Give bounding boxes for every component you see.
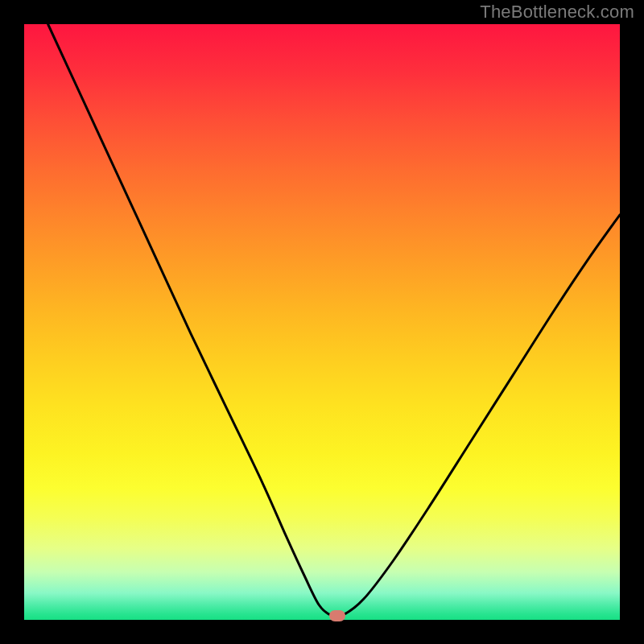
- optimum-marker: [329, 610, 345, 621]
- watermark-text: TheBottleneck.com: [480, 2, 634, 23]
- plot-area: [24, 24, 620, 620]
- chart-container: TheBottleneck.com: [0, 0, 644, 644]
- curve-svg: [24, 24, 620, 620]
- bottleneck-curve: [48, 24, 620, 617]
